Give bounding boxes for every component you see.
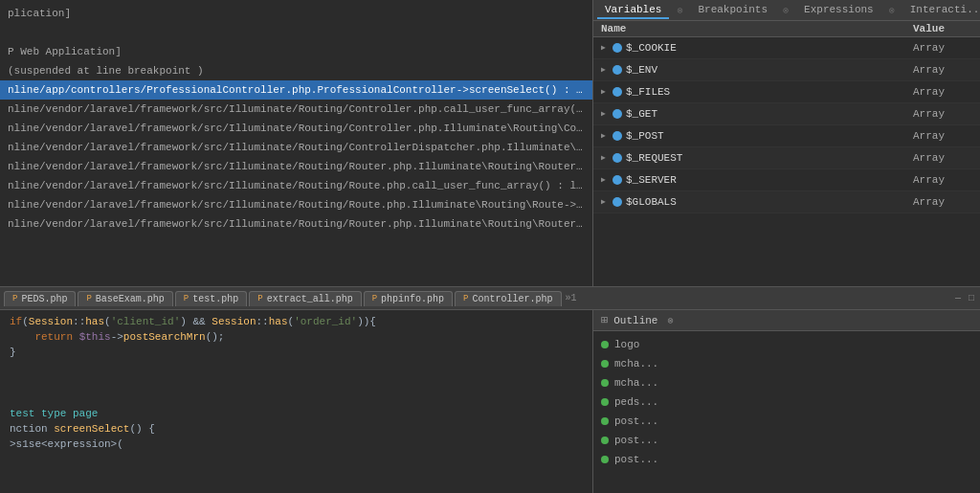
tab-test-php[interactable]: P test.php bbox=[175, 291, 247, 306]
stack-item-4[interactable]: nline/vendor/laravel/framework/src/Illum… bbox=[0, 157, 592, 176]
outline-item-logo[interactable]: logo bbox=[601, 335, 972, 354]
minimize-btn[interactable]: — bbox=[953, 293, 963, 303]
var-row-server[interactable]: ▶ $_SERVER Array bbox=[593, 169, 980, 191]
stack-item-selected[interactable]: nline/app/controllers/ProfessionalContro… bbox=[0, 80, 592, 100]
stack-app-label: plication] bbox=[0, 4, 592, 23]
outline-dot-mcha2 bbox=[601, 379, 609, 387]
variables-panel: Variables ⊗ Breakpoints ⊗ Expressions ⊗ … bbox=[593, 0, 980, 286]
outline-item-post3[interactable]: post... bbox=[601, 450, 972, 469]
tab-controller-php[interactable]: P Controller.php bbox=[455, 291, 561, 306]
outline-name-post3: post... bbox=[614, 452, 658, 467]
var-name-request: $_REQUEST bbox=[626, 149, 913, 167]
var-header: Name Value bbox=[593, 21, 980, 37]
tab-variables[interactable]: Variables bbox=[597, 2, 669, 19]
tab-baseexam-php[interactable]: P BaseExam.php bbox=[78, 291, 172, 306]
stack-item-6[interactable]: nline/vendor/laravel/framework/src/Illum… bbox=[0, 195, 592, 214]
var-value-files: Array bbox=[913, 83, 980, 101]
tab-phpinfo[interactable]: P phpinfo.php bbox=[364, 291, 453, 306]
var-dot-server bbox=[612, 175, 622, 185]
stack-blank1 bbox=[0, 23, 592, 42]
tab-sep-3: ⊗ bbox=[889, 5, 895, 16]
stack-item-2[interactable]: nline/vendor/laravel/framework/src/Illum… bbox=[0, 119, 592, 138]
var-value-globals: Array bbox=[913, 193, 980, 211]
expand-arrow-get[interactable]: ▶ bbox=[601, 105, 611, 123]
outline-dot-logo bbox=[601, 341, 609, 348]
tab-label-phpinfo: phpinfo.php bbox=[381, 294, 444, 304]
code-line-blank2 bbox=[8, 375, 585, 391]
tab-expressions[interactable]: Expressions bbox=[796, 2, 881, 19]
stack-suspended: (suspended at line breakpoint ) bbox=[0, 61, 592, 80]
maximize-btn[interactable]: □ bbox=[967, 293, 976, 303]
var-col-value: Value bbox=[913, 23, 980, 34]
var-value-server: Array bbox=[913, 171, 980, 189]
code-line-function: nction screenSelect() { bbox=[8, 421, 585, 437]
var-value-get: Array bbox=[913, 105, 980, 123]
tab-breakpoints[interactable]: Breakpoints bbox=[690, 2, 775, 19]
tab-label-baseexam: BaseExam.php bbox=[96, 294, 165, 304]
var-name-post: $_POST bbox=[626, 127, 913, 145]
code-line-2: return $this->postSearchMrn(); bbox=[8, 329, 585, 345]
var-row-request[interactable]: ▶ $_REQUEST Array bbox=[593, 147, 980, 169]
outline-dot-post1 bbox=[601, 417, 609, 425]
var-value-env: Array bbox=[913, 61, 980, 78]
stack-item-1[interactable]: nline/vendor/laravel/framework/src/Illum… bbox=[0, 100, 592, 119]
stack-item-3[interactable]: nline/vendor/laravel/framework/src/Illum… bbox=[0, 138, 592, 157]
var-row-globals[interactable]: ▶ $GLOBALS Array bbox=[593, 191, 980, 213]
code-line-1: if(Session::has('client_id') && Session:… bbox=[8, 314, 585, 329]
var-name-files: $_FILES bbox=[626, 83, 913, 101]
tab-interactive[interactable]: Interacti... bbox=[902, 2, 980, 19]
more-tabs-btn[interactable]: »1 bbox=[564, 293, 579, 303]
outline-item-post1[interactable]: post... bbox=[601, 412, 972, 431]
expand-arrow-globals[interactable]: ▶ bbox=[601, 193, 611, 211]
stack-web-label: P Web Application] bbox=[0, 42, 592, 61]
outline-item-mcha1[interactable]: mcha... bbox=[601, 354, 972, 373]
expand-arrow-post[interactable]: ▶ bbox=[601, 127, 611, 145]
var-dot-post bbox=[612, 131, 622, 141]
expand-arrow-env[interactable]: ▶ bbox=[601, 61, 611, 78]
tab-label-extract: extract_all.php bbox=[267, 294, 353, 304]
expand-arrow-files[interactable]: ▶ bbox=[601, 83, 611, 101]
var-dot-files bbox=[612, 87, 622, 97]
var-row-cookie[interactable]: ▶ $_COOKIE Array bbox=[593, 37, 980, 59]
tab-label-test: test.php bbox=[192, 294, 238, 304]
php-icon-extract: P bbox=[257, 294, 262, 303]
variables-header: Variables ⊗ Breakpoints ⊗ Expressions ⊗ … bbox=[593, 0, 980, 21]
stack-item-7[interactable]: nline/vendor/laravel/framework/src/Illum… bbox=[0, 214, 592, 234]
tab-peds-php[interactable]: P PEDS.php bbox=[4, 291, 76, 306]
var-dot-env bbox=[612, 65, 622, 75]
var-row-post[interactable]: ▶ $_POST Array bbox=[593, 125, 980, 147]
php-icon-peds: P bbox=[12, 294, 17, 303]
tab-extract-php[interactable]: P extract_all.php bbox=[249, 291, 361, 306]
var-dot-cookie bbox=[612, 43, 622, 53]
editor-main: if(Session::has('client_id') && Session:… bbox=[0, 310, 980, 493]
outline-name-post1: post... bbox=[614, 414, 658, 429]
tab-label-controller: Controller.php bbox=[473, 294, 553, 304]
php-icon-controller: P bbox=[463, 294, 468, 303]
code-editor[interactable]: if(Session::has('client_id') && Session:… bbox=[0, 310, 593, 493]
php-icon-baseexam: P bbox=[86, 294, 91, 303]
expand-arrow-request[interactable]: ▶ bbox=[601, 149, 611, 167]
expand-arrow-server[interactable]: ▶ bbox=[601, 171, 611, 189]
var-value-cookie: Array bbox=[913, 39, 980, 56]
tab-label-peds: PEDS.php bbox=[21, 294, 67, 304]
outline-item-post2[interactable]: post... bbox=[601, 431, 972, 450]
stack-item-5[interactable]: nline/vendor/laravel/framework/src/Illum… bbox=[0, 176, 592, 195]
var-row-env[interactable]: ▶ $_ENV Array bbox=[593, 59, 980, 81]
stack-trace-panel: plication] P Web Application] (suspended… bbox=[0, 0, 593, 286]
outline-name-peds: peds... bbox=[614, 394, 658, 410]
php-icon-phpinfo: P bbox=[372, 294, 377, 303]
outline-name-post2: post... bbox=[614, 433, 658, 448]
var-value-request: Array bbox=[913, 149, 980, 167]
outline-item-peds[interactable]: peds... bbox=[601, 392, 972, 412]
outline-settings-icon[interactable]: ⊗ bbox=[667, 315, 673, 326]
code-line-comment: test type page bbox=[8, 406, 585, 421]
outline-items: logo mcha... mcha... peds... post... bbox=[593, 331, 980, 473]
var-dot-get bbox=[612, 109, 622, 119]
tab-sep-2: ⊗ bbox=[783, 5, 789, 16]
code-line-blank3 bbox=[8, 391, 585, 406]
var-row-files[interactable]: ▶ $_FILES Array bbox=[593, 81, 980, 103]
outline-item-mcha2[interactable]: mcha... bbox=[601, 373, 972, 392]
expand-arrow-cookie[interactable]: ▶ bbox=[601, 39, 611, 56]
outline-name-logo: logo bbox=[614, 337, 639, 352]
var-row-get[interactable]: ▶ $_GET Array bbox=[593, 103, 980, 125]
